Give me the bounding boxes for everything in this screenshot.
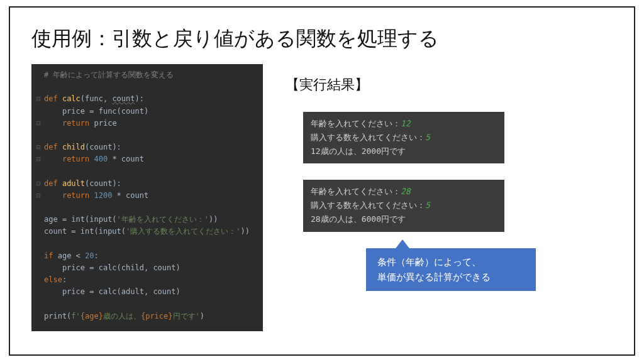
input-value: 5 [425,200,430,210]
code-text: age < [58,251,85,260]
console-line: 購入する数を入れてください：5 [311,199,497,212]
str-f3: 円です' [173,312,200,321]
fn-calc: calc [62,94,80,103]
code-text: : [94,251,99,260]
kw-return1: return [62,119,94,128]
code-text: age = int(input( [44,215,117,224]
code-text: )) [209,215,218,224]
console-line: 購入する数を入れてください：5 [311,131,497,145]
str-age-prompt: '年齢を入れてください：' [117,215,209,224]
code-text [44,155,62,163]
code-text: (count): [85,179,121,188]
str-f1: f' [71,312,80,321]
console-output: 28歳の人は、6000円です [311,212,497,226]
code-text: ) [200,312,204,321]
slide-frame: 使用例：引数と戻り値がある関数を処理する # 年齢によって計算する関数を変える … [9,6,635,356]
code-text: price [94,119,116,128]
result-heading: 【実行結果】 [286,75,613,94]
console-run-1: 年齢を入れてください：12 購入する数を入れてください：5 12歳の人は、200… [303,112,504,163]
console-output: 12歳の人は、2000円です [311,145,497,158]
kw-def3: def [44,179,62,188]
kw-return2: return [62,155,94,163]
code-comment: # 年齢によって計算する関数を変える [44,70,174,79]
input-value: 5 [425,133,430,142]
prompt-text: 購入する数を入れてください： [311,133,425,142]
code-text: : [62,275,67,284]
num-400: 400 [94,155,108,163]
code-text: )) [241,227,250,236]
num-20: 20 [85,251,94,260]
num-1200: 1200 [94,191,112,200]
kw-return3: return [62,191,94,200]
code-text [44,191,62,200]
str-f2: 歳の人は、 [103,312,141,321]
code-text: count = int(input( [44,227,126,236]
console-line: 年齢を入れてください：12 [311,117,497,131]
kw-else: else [44,275,62,284]
prompt-text: 年齢を入れてください： [311,187,401,196]
code-line: price = calc(adult, count) [44,287,180,296]
input-value: 12 [401,119,411,128]
kw-if: if [44,251,58,260]
code-text: ): [135,94,144,103]
code-text [44,119,62,128]
callout-line-2: 単価が異なる計算ができる [377,270,525,285]
code-text: (count): [85,143,121,151]
kw-def2: def [44,143,62,151]
content-row: # 年齢によって計算する関数を変える ⊟def calc(func, count… [31,64,613,331]
code-text: (func, [80,94,113,103]
fn-child: child [62,143,85,151]
param-count: count [112,94,135,103]
right-column: 【実行結果】 年齢を入れてください：12 購入する数を入れてください：5 12歳… [284,64,613,291]
console-line: 年齢を入れてください：28 [311,185,497,199]
code-text: print( [44,312,71,321]
code-line: price = func(count) [44,107,148,116]
callout-arrow-icon [394,239,411,251]
fstr-age: {age} [80,312,103,321]
prompt-text: 年齢を入れてください： [311,119,401,128]
input-value: 28 [401,187,411,196]
callout-box: 条件（年齢）によって、 単価が異なる計算ができる [366,248,536,291]
fn-adult: adult [62,179,85,188]
prompt-text: 購入する数を入れてください： [311,200,425,210]
code-line: price = calc(child, count) [44,263,180,272]
callout-wrap: 条件（年齢）によって、 単価が異なる計算ができる [366,248,613,291]
fstr-price: {price} [141,312,173,321]
kw-def1: def [44,94,62,103]
code-text: * count [112,191,148,200]
code-text: * count [108,155,144,163]
console-run-2: 年齢を入れてください：28 購入する数を入れてください：5 28歳の人は、600… [303,180,504,231]
str-count-prompt: '購入する数を入れてください：' [126,227,240,236]
code-editor: # 年齢によって計算する関数を変える ⊟def calc(func, count… [31,64,263,331]
callout-line-1: 条件（年齢）によって、 [377,255,525,270]
slide-title: 使用例：引数と戻り値がある関数を処理する [31,25,613,53]
